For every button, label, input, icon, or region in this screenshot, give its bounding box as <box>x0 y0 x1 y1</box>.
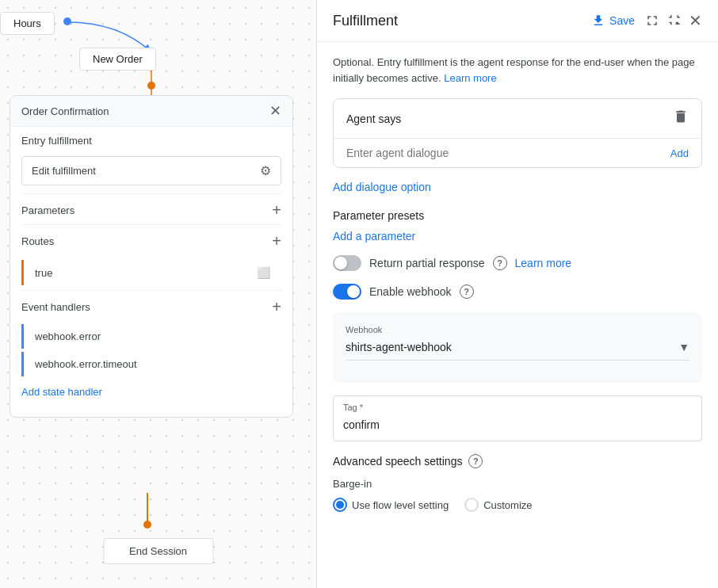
webhook-error-label: webhook.error <box>35 330 101 342</box>
parameters-label: Parameters <box>21 204 74 216</box>
close-panel-button[interactable]: ✕ <box>689 11 702 30</box>
webhook-select-wrapper: shirts-agent-webhook ▼ <box>346 338 689 361</box>
trash-button[interactable] <box>673 109 689 128</box>
barge-in-flow-level-option[interactable]: Use flow level setting <box>333 498 449 512</box>
radio-flow-level-label: Use flow level setting <box>352 499 449 511</box>
advanced-speech-help-icon[interactable]: ? <box>468 454 483 468</box>
barge-in-radio-group: Use flow level setting Customize <box>333 498 702 512</box>
right-panel: Fulfillment Save ✕ Optional. Entry fulfi… <box>317 0 718 588</box>
tag-input-container: Tag * <box>333 395 702 441</box>
entry-fulfillment-label: Entry fulfillment <box>21 135 92 147</box>
order-confirmation-card: Order Confirmation ✕ Entry fulfillment E… <box>10 95 293 418</box>
header-actions: ✕ <box>644 11 702 30</box>
add-dialogue-inline-btn[interactable]: Add <box>670 147 689 159</box>
new-order-node[interactable]: New Order <box>79 48 156 71</box>
blue-connector-dot <box>63 17 71 25</box>
webhook-error-timeout-item[interactable]: webhook.error.timeout <box>21 352 281 376</box>
toggle-thumb-webhook <box>347 285 360 298</box>
routes-section[interactable]: Routes + <box>10 225 292 255</box>
tag-form-group: Tag * <box>333 395 702 441</box>
fulfillment-header: Fulfillment Save ✕ <box>317 0 718 42</box>
tag-input[interactable] <box>343 415 692 434</box>
advanced-speech-section: Advanced speech settings ? Barge-in Use … <box>333 454 702 512</box>
fulfillment-content: Optional. Entry fulfillment is the agent… <box>317 42 718 537</box>
info-text: Optional. Entry fulfillment is the agent… <box>333 55 702 86</box>
agent-says-header: Agent says <box>334 99 701 139</box>
edit-fulfillment-row[interactable]: Edit fulfillment ⚙ <box>21 156 281 185</box>
edit-fulfillment-icon: ⚙ <box>260 163 271 178</box>
parameters-add-btn[interactable]: + <box>272 202 281 218</box>
webhook-section: Webhook shirts-agent-webhook ▼ <box>333 312 702 383</box>
radio-flow-level-circle <box>333 498 347 512</box>
collapse-icon <box>666 13 682 29</box>
barge-in-customize-option[interactable]: Customize <box>464 498 532 512</box>
expand-icon <box>644 13 660 29</box>
fulfillment-title: Fulfillment <box>333 13 591 29</box>
agent-dialogue-input[interactable] <box>346 147 670 159</box>
parameter-presets-section: Parameter presets Add a parameter <box>333 209 702 242</box>
end-session-node[interactable]: End Session <box>103 538 213 564</box>
return-partial-help-icon[interactable]: ? <box>493 256 507 270</box>
webhook-label: Webhook <box>346 325 689 334</box>
hours-node[interactable]: Hours <box>0 12 55 35</box>
save-icon <box>591 13 605 28</box>
agent-dialogue-row: Add <box>334 139 701 167</box>
webhook-select[interactable]: shirts-agent-webhook <box>346 338 678 357</box>
webhook-error-timeout-label: webhook.error.timeout <box>35 358 137 370</box>
event-handlers-section[interactable]: Event handlers + <box>10 291 292 321</box>
enable-webhook-label: Enable webhook <box>369 285 452 298</box>
parameter-presets-title: Parameter presets <box>333 209 702 222</box>
return-partial-learn-more[interactable]: Learn more <box>515 257 572 269</box>
enable-webhook-help-icon[interactable]: ? <box>460 284 474 299</box>
radio-customize-label: Customize <box>483 499 532 511</box>
orange-dot-top <box>147 82 155 90</box>
toggle-thumb-partial <box>334 257 347 269</box>
order-confirmation-close[interactable]: ✕ <box>269 104 281 118</box>
agent-says-card: Agent says Add <box>333 98 702 168</box>
webhook-form-group: Webhook shirts-agent-webhook ▼ <box>346 325 689 361</box>
add-state-handler-btn[interactable]: Add state handler <box>10 380 113 404</box>
enable-webhook-toggle[interactable] <box>333 284 361 300</box>
close-icon: ✕ <box>689 11 702 30</box>
left-panel: Hours New Order Order Confirmation ✕ Ent… <box>0 0 317 588</box>
canvas-area: Hours New Order Order Confirmation ✕ Ent… <box>0 0 316 588</box>
orange-dot-bottom <box>143 521 151 529</box>
return-partial-response-label: Return partial response <box>369 257 485 269</box>
route-true-item[interactable]: true ⬜ <box>21 260 281 285</box>
event-handlers-label: Event handlers <box>21 301 90 313</box>
routes-add-btn[interactable]: + <box>272 233 281 249</box>
webhook-error-item[interactable]: webhook.error <box>21 324 281 349</box>
event-handlers-add-btn[interactable]: + <box>272 299 281 315</box>
order-confirmation-title: Order Confirmation <box>21 105 109 117</box>
expand-button[interactable] <box>644 13 660 29</box>
enable-webhook-row: Enable webhook ? <box>333 284 702 300</box>
add-dialogue-option-btn[interactable]: Add dialogue option <box>333 181 431 193</box>
agent-says-title: Agent says <box>346 113 401 125</box>
routes-label: Routes <box>21 235 54 247</box>
entry-fulfillment-section[interactable]: Entry fulfillment <box>10 127 292 153</box>
collapse-button[interactable] <box>666 13 682 29</box>
route-true-label: true <box>35 267 52 279</box>
add-parameter-btn[interactable]: Add a parameter <box>333 230 415 242</box>
dropdown-arrow-icon: ▼ <box>678 341 689 353</box>
order-card-header: Order Confirmation ✕ <box>10 96 292 127</box>
save-button[interactable]: Save <box>591 13 635 28</box>
return-partial-response-toggle[interactable] <box>333 255 361 271</box>
advanced-speech-title: Advanced speech settings ? <box>333 454 702 468</box>
barge-in-title: Barge-in <box>333 478 702 490</box>
parameters-section[interactable]: Parameters + <box>10 194 292 224</box>
edit-fulfillment-label: Edit fulfillment <box>32 165 96 177</box>
trash-icon <box>673 109 689 124</box>
radio-customize-circle <box>464 498 479 512</box>
learn-more-info-link[interactable]: Learn more <box>444 72 496 84</box>
orange-connector-line <box>147 493 148 525</box>
tag-label: Tag * <box>343 403 692 412</box>
route-copy-icon: ⬜ <box>257 266 270 279</box>
return-partial-response-row: Return partial response ? Learn more <box>333 255 702 271</box>
